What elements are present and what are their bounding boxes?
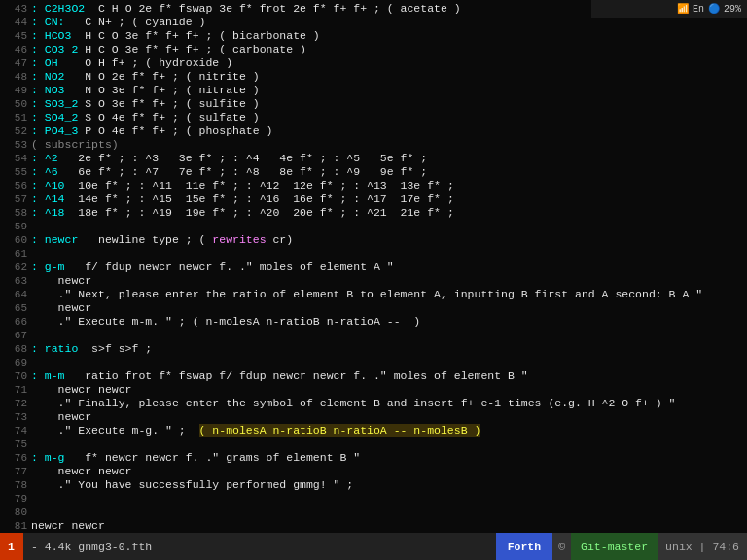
git-branch: Git-master [571, 533, 658, 560]
line-content: : SO3_2 S O 3e f* f+ ; ( sulfite ) [31, 97, 743, 111]
line-number: 54 [4, 152, 31, 165]
line-number: 64 [4, 288, 31, 301]
line-content: newcr [31, 410, 743, 424]
line-content: : OH O H f+ ; ( hydroxide ) [31, 56, 743, 70]
line-number: 81 [4, 519, 31, 533]
line-content: : m-m ratio frot f* fswap f/ fdup newcr … [31, 369, 743, 383]
line-number: 80 [4, 506, 31, 519]
line-number: 48 [4, 70, 31, 84]
wifi-label: En [693, 4, 704, 15]
line-number: 77 [4, 465, 31, 478]
line-content: : HCO3 H C O 3e f* f+ f+ ; ( bicarbonate… [31, 29, 743, 43]
line-content: newcr newcr [31, 383, 743, 397]
code-line: 80 [4, 506, 743, 519]
line-number: 44 [4, 16, 31, 29]
line-content: newcr newcr [31, 519, 743, 533]
line-content: : CN: C N+ ; ( cyanide ) [31, 16, 743, 29]
line-number: 67 [4, 329, 31, 342]
code-line: 64 ." Next, please enter the ratio of el… [4, 288, 743, 301]
line-number: 75 [4, 438, 31, 451]
line-content: newcr [31, 274, 743, 288]
line-number: 50 [4, 97, 31, 111]
code-line: 56: ^10 10e f* ; : ^11 11e f* ; : ^12 12… [4, 179, 743, 192]
line-number: 47 [4, 56, 31, 70]
line-number: 63 [4, 274, 31, 288]
line-content: : g-m f/ fdup newcr newcr f. ." moles of… [31, 261, 743, 274]
code-line: 60: newcr newline type ; ( rewrites cr) [4, 233, 743, 247]
line-number: 45 [4, 29, 31, 43]
code-line: 63 newcr [4, 274, 743, 288]
line-number: 58 [4, 206, 31, 220]
code-line: 72 ." Finally, please enter the symbol o… [4, 397, 743, 410]
code-line: 49: NO3 N O 3e f* f+ ; ( nitrate ) [4, 84, 743, 97]
line-number: 57 [4, 192, 31, 206]
line-number: 52 [4, 124, 31, 138]
code-line: 53( subscripts) [4, 138, 743, 152]
line-number: 68 [4, 342, 31, 356]
line-content: ." Execute m-g. " ; ( n-molesA n-ratioB … [31, 424, 743, 438]
code-line: 61 [4, 247, 743, 261]
code-line: 62: g-m f/ fdup newcr newcr f. ." moles … [4, 261, 743, 274]
code-line: 71 newcr newcr [4, 383, 743, 397]
line-number: 70 [4, 369, 31, 383]
line-content: : ratio s>f s>f ; [31, 342, 743, 356]
code-line: 77 newcr newcr [4, 465, 743, 478]
code-line: 59 [4, 220, 743, 233]
code-line: 66 ." Execute m-m. " ; ( n-molesA n-rati… [4, 315, 743, 329]
code-line: 76: m-g f* newcr newcr f. ." grams of el… [4, 451, 743, 465]
code-line: 69 [4, 356, 743, 369]
code-line: 54: ^2 2e f* ; : ^3 3e f* ; : ^4 4e f* ;… [4, 152, 743, 165]
line-number: 55 [4, 165, 31, 179]
code-line: 52: PO4_3 P O 4e f* f+ ; ( phosphate ) [4, 124, 743, 138]
line-number: 56 [4, 179, 31, 192]
code-line: 58: ^18 18e f* ; : ^19 19e f* ; : ^20 20… [4, 206, 743, 220]
code-line: 78 ." You have successfully performed gm… [4, 478, 743, 492]
line-number: 74 [4, 424, 31, 438]
code-line: 74 ." Execute m-g. " ; ( n-molesA n-rati… [4, 424, 743, 438]
line-number: 61 [4, 247, 31, 261]
line-number: 62 [4, 261, 31, 274]
line-content: : NO2 N O 2e f* f+ ; ( nitrite ) [31, 70, 743, 84]
line-content: : m-g f* newcr newcr f. ." grams of elem… [31, 451, 743, 465]
code-editor[interactable]: 43: C2H3O2 C H O 2e f* fswap 3e f* frot … [0, 0, 747, 533]
line-content: : NO3 N O 3e f* f+ ; ( nitrate ) [31, 84, 743, 97]
line-content: : ^10 10e f* ; : ^11 11e f* ; : ^12 12e … [31, 179, 743, 192]
error-badge: 1 [0, 533, 23, 560]
code-line: 81newcr newcr [4, 519, 743, 533]
line-number: 72 [4, 397, 31, 410]
line-content [31, 220, 743, 233]
file-info: - 4.4k gnmg3-0.fth [23, 533, 496, 560]
circle-label: © [552, 533, 571, 560]
code-line: 51: SO4_2 S O 4e f* f+ ; ( sulfate ) [4, 111, 743, 124]
code-line: 44: CN: C N+ ; ( cyanide ) [4, 16, 743, 29]
bluetooth-icon: 🔵 [708, 3, 720, 15]
line-content: : PO4_3 P O 4e f* f+ ; ( phosphate ) [31, 124, 743, 138]
line-content: ." You have successfully performed gmmg!… [31, 478, 743, 492]
line-content: ." Next, please enter the ratio of eleme… [31, 288, 743, 301]
wifi-icon: 📶 [677, 3, 689, 15]
line-content: : ^2 2e f* ; : ^3 3e f* ; : ^4 4e f* ; :… [31, 152, 743, 165]
line-content [31, 438, 743, 451]
status-bar: 📶 En 🔵 29% [591, 0, 747, 18]
code-line: 79 [4, 492, 743, 506]
code-line: 46: CO3_2 H C O 3e f* f+ f+ ; ( carbonat… [4, 43, 743, 56]
line-number: 65 [4, 301, 31, 315]
line-content: newcr [31, 301, 743, 315]
line-number: 79 [4, 492, 31, 506]
line-content: ." Execute m-m. " ; ( n-molesA n-ratioB … [31, 315, 743, 329]
line-content: : ^14 14e f* ; : ^15 15e f* ; : ^16 16e … [31, 192, 743, 206]
line-number: 53 [4, 138, 31, 152]
line-content: : ^18 18e f* ; : ^19 19e f* ; : ^20 20e … [31, 206, 743, 220]
line-number: 73 [4, 410, 31, 424]
code-line: 73 newcr [4, 410, 743, 424]
code-line: 45: HCO3 H C O 3e f* f+ f+ ; ( bicarbona… [4, 29, 743, 43]
code-line: 68: ratio s>f s>f ; [4, 342, 743, 356]
line-number: 78 [4, 478, 31, 492]
line-number: 46 [4, 43, 31, 56]
cursor-position: unix | 74:6 [658, 533, 747, 560]
code-line: 67 [4, 329, 743, 342]
line-number: 76 [4, 451, 31, 465]
line-number: 51 [4, 111, 31, 124]
line-content [31, 356, 743, 369]
code-line: 75 [4, 438, 743, 451]
